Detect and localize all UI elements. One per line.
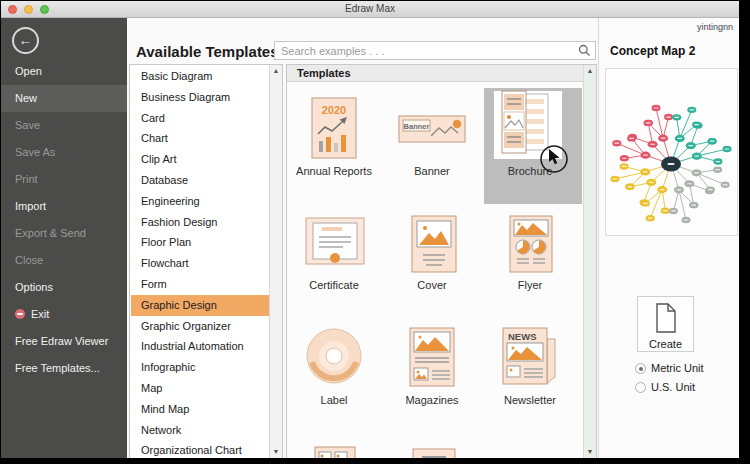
template-preview [605,68,738,236]
page-title: Available Templates [136,43,279,60]
category-chart[interactable]: Chart [131,128,269,149]
category-industrial-automation[interactable]: Industrial Automation [131,336,269,357]
template-label-cover: Cover [385,279,479,291]
create-button-label: Create [638,338,693,350]
category-fashion-design[interactable]: Fashion Design [131,212,269,233]
templates-panel: Templates 2020 [286,64,597,458]
screen: Edraw Max ← Open New Save Save As Print … [0,0,750,464]
partial-template-icon-2[interactable] [412,448,456,458]
sidebar-item-save: Save [1,112,127,139]
radio-selected-icon [635,363,646,374]
search-box [274,41,596,60]
sidebar-menu: Open New Save Save As Print Import Expor… [1,58,127,382]
category-floor-plan[interactable]: Floor Plan [131,232,269,253]
category-form[interactable]: Form [131,274,269,295]
partial-template-icon-1[interactable] [314,446,356,458]
templates-header: Templates [287,65,583,82]
scroll-up-button[interactable]: ▲ [584,65,596,77]
sidebar-item-close: Close [1,247,127,274]
template-label-newsletter: Newsletter [483,394,577,406]
sidebar-item-print: Print [1,166,127,193]
create-button[interactable]: Create [637,296,694,352]
sidebar-item-free-templates[interactable]: Free Templates... [1,355,127,382]
scroll-up-button[interactable]: ▲ [270,65,282,77]
category-network[interactable]: Network [131,420,269,441]
svg-text:Banner: Banner [404,122,430,131]
cursor-icon [537,142,571,176]
search-icon [578,44,591,57]
annual-reports-icon[interactable]: 2020 [311,97,357,159]
radio-unselected-icon [635,382,646,393]
template-label-magazines: Magazines [385,394,479,406]
preview-title: Concept Map 2 [610,44,695,58]
category-list: Basic Diagram Business Diagram Card Char… [131,66,269,457]
category-business-diagram[interactable]: Business Diagram [131,87,269,108]
category-card[interactable]: Card [131,108,269,129]
magazines-icon[interactable] [409,327,455,387]
exit-icon [15,309,25,319]
sidebar-item-import[interactable]: Import [1,193,127,220]
newsletter-icon[interactable]: NEWS [502,327,558,387]
template-label-flyer: Flyer [483,279,577,291]
file-menu-sidebar: ← Open New Save Save As Print Import Exp… [1,18,127,458]
preview-panel: yintingnn Concept Map 2 Create Metric Un… [598,18,739,458]
content-area: ← Open New Save Save As Print Import Exp… [1,18,739,458]
category-infographic[interactable]: Infographic [131,357,269,378]
template-label-annual-reports: Annual Reports [287,165,381,177]
category-basic-diagram[interactable]: Basic Diagram [131,66,269,87]
concept-map-graphic [606,69,737,235]
title-bar: Edraw Max [1,1,739,18]
back-arrow-icon[interactable]: ← [12,27,39,54]
category-flowchart[interactable]: Flowchart [131,253,269,274]
sidebar-item-open[interactable]: Open [1,58,127,85]
svg-text:2020: 2020 [322,104,346,116]
category-graphic-organizer[interactable]: Graphic Organizer [131,316,269,337]
sidebar-item-new[interactable]: New [1,85,127,112]
sidebar-item-free-edraw-viewer[interactable]: Free Edraw Viewer [1,328,127,355]
cover-icon[interactable] [411,215,457,273]
category-engineering[interactable]: Engineering [131,191,269,212]
flyer-icon[interactable] [509,215,553,273]
edraw-window: Edraw Max ← Open New Save Save As Print … [1,1,739,458]
new-document-icon [654,303,678,333]
sidebar-item-save-as: Save As [1,139,127,166]
category-organizational-chart[interactable]: Organizational Chart [131,440,269,458]
svg-text:NEWS: NEWS [508,331,537,342]
template-label-banner: Banner [385,165,479,177]
category-database[interactable]: Database [131,170,269,191]
templates-scrollbar[interactable]: ▲ ▼ [583,65,596,458]
category-mind-map[interactable]: Mind Map [131,399,269,420]
banner-icon[interactable]: Banner [398,115,466,143]
category-scrollbar[interactable]: ▲ ▼ [269,65,282,458]
sidebar-item-exit[interactable]: Exit [1,301,127,328]
certificate-icon[interactable] [305,217,365,265]
sidebar-item-export-send: Export & Send [1,220,127,247]
label-disc-icon[interactable] [305,327,363,385]
sidebar-item-options[interactable]: Options [1,274,127,301]
scroll-down-button[interactable]: ▼ [270,446,282,458]
username: yintingnn [697,22,733,32]
category-clip-art[interactable]: Clip Art [131,149,269,170]
us-unit-radio[interactable]: U.S. Unit [635,381,695,397]
template-label-label: Label [287,394,381,406]
window-title: Edraw Max [1,3,739,14]
search-input[interactable] [281,42,571,59]
category-panel: Basic Diagram Business Diagram Card Char… [129,64,283,458]
template-label-certificate: Certificate [287,279,381,291]
category-graphic-design[interactable]: Graphic Design [131,295,269,316]
metric-unit-radio[interactable]: Metric Unit [635,362,704,378]
category-map[interactable]: Map [131,378,269,399]
scroll-down-button[interactable]: ▼ [584,446,596,458]
